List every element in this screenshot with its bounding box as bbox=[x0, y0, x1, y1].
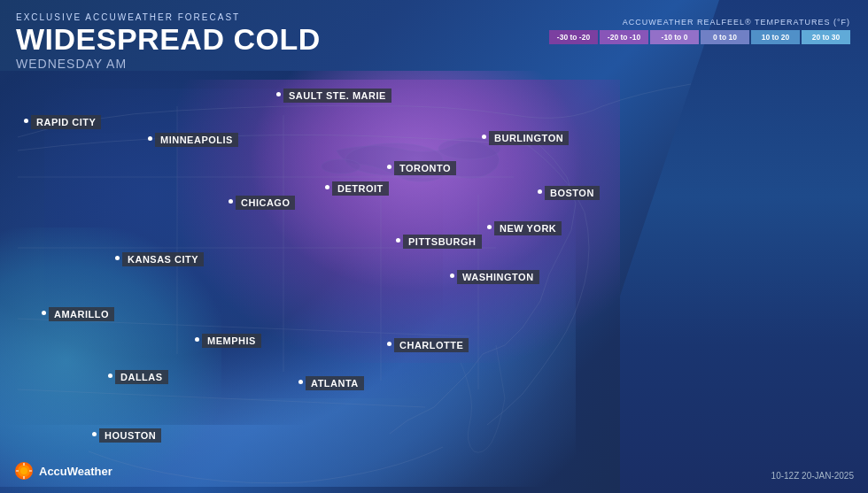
city-dot-boston bbox=[538, 189, 542, 194]
accuweather-logo: AccuWeather bbox=[14, 461, 112, 481]
city-dot-new-york bbox=[487, 225, 492, 229]
city-label-minneapolis: MINNEAPOLIS bbox=[155, 133, 238, 147]
city-dot-kansas-city bbox=[115, 256, 120, 260]
city-label-houston: HOUSTON bbox=[99, 428, 161, 443]
legend-container: ACCUWEATHER REALFEEL® TEMPERATURES (°F) … bbox=[549, 18, 850, 44]
legend-seg-1: -20 to -10 bbox=[600, 30, 648, 44]
city-label-memphis: MEMPHIS bbox=[202, 334, 261, 348]
exclusive-label: EXCLUSIVE ACCUWEATHER FORECAST bbox=[16, 12, 321, 22]
city-dot-atlanta bbox=[298, 380, 303, 384]
legend-seg-3: 0 to 10 bbox=[701, 30, 749, 44]
city-dot-amarillo bbox=[42, 311, 46, 315]
city-label-detroit: DETROIT bbox=[332, 181, 389, 196]
svg-point-14 bbox=[20, 467, 27, 474]
city-label-atlanta: ATLANTA bbox=[306, 376, 364, 390]
city-label-new-york: NEW YORK bbox=[494, 221, 562, 235]
city-dot-rapid-city bbox=[24, 119, 28, 123]
main-title: WIDESPREAD COLD bbox=[16, 24, 321, 54]
city-label-dallas: DALLAS bbox=[115, 370, 168, 384]
legend-seg-0: -30 to -20 bbox=[549, 30, 598, 44]
city-dot-pittsburgh bbox=[396, 238, 400, 243]
legend-seg-2: -10 to 0 bbox=[650, 30, 699, 44]
legend-bar: -30 to -20 -20 to -10 -10 to 0 0 to 10 1… bbox=[549, 30, 850, 44]
city-dot-detroit bbox=[325, 185, 329, 189]
logo-text: AccuWeather bbox=[39, 465, 112, 478]
city-label-pittsburgh: PITTSBURGH bbox=[403, 235, 482, 249]
svg-point-3 bbox=[322, 159, 360, 173]
city-label-washington: WASHINGTON bbox=[457, 270, 539, 284]
city-dot-dallas bbox=[108, 374, 112, 378]
city-dot-minneapolis bbox=[148, 136, 152, 141]
map-container: EXCLUSIVE ACCUWEATHER FORECAST WIDESPREA… bbox=[0, 0, 868, 493]
city-dot-chicago bbox=[229, 199, 233, 204]
city-dot-washington bbox=[450, 273, 454, 278]
header-overlay: EXCLUSIVE ACCUWEATHER FORECAST WIDESPREA… bbox=[0, 0, 337, 83]
city-label-burlington: BURLINGTON bbox=[489, 131, 569, 145]
legend-title: ACCUWEATHER REALFEEL® TEMPERATURES (°F) bbox=[549, 18, 850, 27]
city-label-chicago: CHICAGO bbox=[236, 196, 295, 210]
city-dot-charlotte bbox=[387, 342, 391, 346]
city-dot-memphis bbox=[195, 337, 199, 342]
city-dot-burlington bbox=[482, 135, 486, 139]
timestamp: 10-12Z 20-JAN-2025 bbox=[771, 471, 854, 481]
svg-line-11 bbox=[18, 389, 425, 407]
subtitle: WEDNESDAY AM bbox=[16, 57, 321, 71]
city-label-toronto: TORONTO bbox=[394, 161, 456, 175]
accuweather-icon bbox=[14, 461, 34, 481]
city-dot-sault-ste.-marie bbox=[276, 92, 281, 96]
city-label-charlotte: CHARLOTTE bbox=[394, 338, 469, 352]
city-label-boston: BOSTON bbox=[545, 186, 600, 200]
legend-seg-4: 10 to 20 bbox=[751, 30, 800, 44]
city-dot-houston bbox=[92, 432, 97, 436]
city-label-rapid-city: RAPID CITY bbox=[31, 115, 101, 129]
city-label-amarillo: AMARILLO bbox=[49, 307, 114, 321]
city-dot-toronto bbox=[387, 165, 391, 169]
city-label-sault-ste.-marie: SAULT STE. MARIE bbox=[283, 89, 391, 103]
legend-seg-5: 20 to 30 bbox=[802, 30, 850, 44]
city-label-kansas-city: KANSAS CITY bbox=[122, 252, 204, 266]
